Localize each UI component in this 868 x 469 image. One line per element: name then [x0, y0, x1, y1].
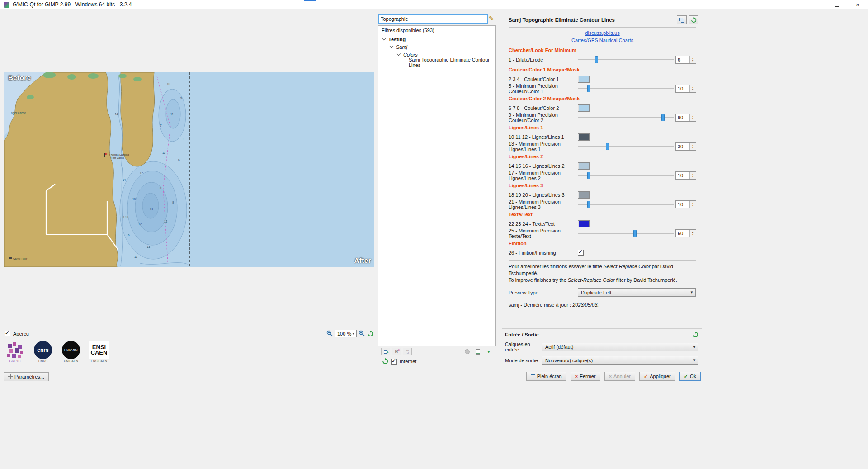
spinbox-value: 10: [676, 172, 689, 179]
prec-lines1-slider[interactable]: [578, 142, 674, 151]
copy-parameters-button[interactable]: [677, 15, 687, 24]
dilate-erode-slider[interactable]: [578, 56, 674, 64]
tree-item-testing[interactable]: Testing: [378, 35, 495, 43]
charts-link[interactable]: Cartes/GPS Nautical Charts: [571, 38, 633, 43]
internet-checkbox[interactable]: [391, 359, 397, 365]
prec-color1-spinbox[interactable]: 10 ▲▼: [675, 85, 696, 93]
spinbox-arrows[interactable]: ▲▼: [689, 56, 696, 63]
param-prec-color1-row: 5 - Minimum Precision Couleur/Color 1 10…: [509, 84, 696, 93]
prec-lines1-spinbox[interactable]: 30 ▲▼: [675, 142, 696, 151]
close-dialog-button[interactable]: × Fermer: [571, 372, 600, 381]
tree-label: Samj Topographie Eliminate Contour Lines: [409, 57, 495, 68]
prec-lines2-spinbox[interactable]: 10 ▲▼: [675, 171, 696, 180]
lines2-swatch-button[interactable]: [578, 162, 590, 170]
preview-type-select[interactable]: Duplicate Left ▼: [578, 288, 696, 297]
chevron-down-icon[interactable]: [397, 52, 401, 56]
pencil-icon[interactable]: ✎: [489, 15, 494, 22]
filter-search-input[interactable]: [378, 14, 488, 24]
filter-docs-button[interactable]: [473, 348, 482, 355]
tree-label: Testing: [388, 37, 406, 42]
tree-item-current-filter[interactable]: Samj Topographie Eliminate Contour Lines: [378, 58, 495, 66]
spinbox-arrows[interactable]: ▲▼: [689, 172, 696, 179]
window-title: G'MIC-Qt for GIMP 2.99 - Windows 64 bits…: [13, 1, 132, 8]
discuss-link[interactable]: discuss.pixls.us: [585, 30, 619, 36]
greyc-logo: GREYC: [4, 341, 26, 363]
prec-color1-slider[interactable]: [578, 85, 674, 93]
filter-list[interactable]: Filtres disponibles (593) Testing Samj C…: [378, 25, 496, 346]
slider-handle[interactable]: [587, 172, 590, 179]
add-fave-button[interactable]: +: [381, 348, 390, 355]
minimize-button[interactable]: [806, 0, 826, 9]
apercu-checkbox[interactable]: [5, 331, 10, 336]
slider-handle[interactable]: [606, 143, 609, 150]
prec-lines2-slider[interactable]: [578, 171, 674, 180]
spinbox-arrows[interactable]: ▲▼: [689, 85, 696, 92]
param-label: 18 19 20 - Lignes/Lines 3: [509, 192, 578, 198]
rename-fave-button[interactable]: R ×: [392, 348, 401, 355]
plus-icon: +: [386, 350, 389, 355]
param-prec-lines1-row: 13 - Minimum Precision Lignes/Lines 1 30…: [509, 142, 696, 151]
filter-tree: Testing Samj Colors Samj Topographie Eli…: [378, 35, 495, 66]
color1-swatch-button[interactable]: [578, 76, 590, 83]
preview-map[interactable]: 10 5 11 7 3 14 13 6 12 14 8 10 13 12 8 1…: [4, 72, 374, 267]
apply-button-label: Appliquer: [650, 374, 670, 379]
svg-text:3: 3: [183, 137, 184, 141]
finishing-checkbox[interactable]: [578, 250, 584, 256]
lines3-swatch-button[interactable]: [578, 191, 590, 199]
settings-button[interactable]: Paramètres...: [4, 372, 49, 381]
zoom-controls: 100 % ▼: [326, 330, 373, 337]
collapse-all-button[interactable]: ▼: [484, 348, 493, 355]
maximize-button[interactable]: [826, 0, 847, 9]
cancel-icon: ×: [609, 374, 612, 379]
lines1-swatch-button[interactable]: [578, 133, 590, 141]
color2-swatch-button[interactable]: [578, 104, 590, 112]
spinbox-value: 10: [676, 201, 689, 208]
close-button[interactable]: ×: [847, 0, 868, 9]
chevron-down-icon[interactable]: [390, 44, 393, 48]
spinbox-arrows[interactable]: ▲▼: [689, 114, 696, 121]
svg-text:8 10: 8 10: [123, 215, 128, 218]
prec-color2-slider[interactable]: [578, 114, 674, 122]
apply-button[interactable]: ✓ Appliquer: [639, 372, 675, 381]
spinbox-arrows[interactable]: ▲▼: [689, 230, 696, 237]
param-label: 17 - Minimum Precision Lignes/Lines 2: [509, 170, 578, 181]
update-filters-button[interactable]: [462, 348, 472, 355]
slider-handle[interactable]: [587, 85, 590, 92]
zoom-out-button[interactable]: [326, 330, 333, 337]
input-layers-select[interactable]: Actif (défaut) ▼: [542, 343, 698, 351]
param-label: 14 15 16 - Lignes/Lines 2: [509, 163, 578, 169]
text-swatch-button[interactable]: [578, 220, 590, 227]
slider-handle[interactable]: [595, 56, 598, 63]
prec-lines3-slider[interactable]: [578, 200, 674, 208]
remove-fave-button[interactable]: abcd: [403, 348, 412, 355]
output-mode-select[interactable]: Nouveau(x) calque(s) ▼: [542, 356, 698, 365]
reset-zoom-button[interactable]: [367, 331, 373, 337]
spinbox-arrows[interactable]: ▲▼: [689, 201, 696, 208]
zoom-in-button[interactable]: [359, 330, 365, 337]
prec-color2-spinbox[interactable]: 90 ▲▼: [675, 114, 696, 122]
fullscreen-button-label: Plein écran: [537, 374, 562, 379]
refresh-filters-button[interactable]: [382, 358, 388, 365]
road-lines: [232, 184, 304, 250]
spinbox-arrows[interactable]: ▲▼: [689, 143, 696, 150]
zoom-level-select[interactable]: 100 % ▼: [335, 330, 357, 337]
section-lines1: Lignes/Lines 1: [509, 125, 696, 132]
slider-handle[interactable]: [587, 201, 590, 208]
prec-lines3-spinbox[interactable]: 10 ▲▼: [675, 200, 696, 208]
svg-text:6: 6: [128, 233, 130, 237]
prec-text-spinbox[interactable]: 60 ▲▼: [675, 229, 696, 237]
abc-icon: abcd: [406, 349, 409, 355]
tree-item-samj[interactable]: Samj: [378, 43, 495, 51]
prec-text-slider[interactable]: [578, 229, 674, 237]
cancel-button[interactable]: × Annuler: [604, 372, 635, 381]
dilate-erode-spinbox[interactable]: 6 ▲▼: [675, 56, 696, 64]
chevron-down-icon[interactable]: [382, 37, 386, 40]
slider-handle[interactable]: [633, 230, 637, 237]
camp-tiger-label: Camp Tiger: [13, 257, 27, 260]
panel-splitter[interactable]: [499, 14, 499, 382]
reset-filter-button[interactable]: [689, 15, 698, 24]
slider-handle[interactable]: [661, 114, 665, 121]
section-text: Texte/Text: [509, 212, 696, 218]
ok-button[interactable]: ✓ Ok: [679, 372, 701, 381]
fullscreen-button[interactable]: Plein écran: [526, 372, 566, 381]
